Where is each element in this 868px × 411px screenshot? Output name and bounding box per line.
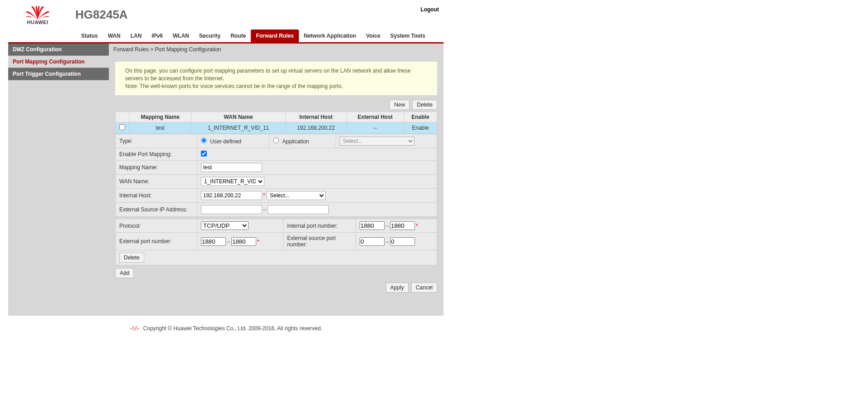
type-app-label: Application <box>283 138 309 145</box>
main-nav: StatusWANLANIPv6WLANSecurityRouteForward… <box>8 29 444 44</box>
nav-item-wan[interactable]: WAN <box>103 29 126 42</box>
model-title: HG8245A <box>75 8 128 22</box>
internal-host-input[interactable] <box>201 191 262 200</box>
wan-name-select[interactable]: 1_INTERNET_R_VID_11 <box>201 177 264 186</box>
footer: Copyright © Huawei Technologies Co., Ltd… <box>8 320 444 337</box>
wan-name-label: WAN Name: <box>116 175 197 189</box>
delete-button[interactable]: Delete <box>412 100 437 110</box>
ext-port-from-input[interactable] <box>201 237 226 246</box>
col-wan-name: WAN Name <box>191 112 285 122</box>
mapping-name-input[interactable] <box>201 163 262 172</box>
int-port-from-input[interactable] <box>360 221 385 230</box>
internal-host-select[interactable]: Select... <box>267 191 326 200</box>
ext-src-port-label: External source port number: <box>283 233 356 250</box>
col-external-host: External Host <box>346 112 404 122</box>
nav-item-status[interactable]: Status <box>76 29 103 42</box>
col-mapping-name: Mapping Name <box>129 112 191 122</box>
cell-external-host: -- <box>346 122 404 134</box>
sidebar-item-dmz-configuration[interactable]: DMZ Configuration <box>8 44 109 56</box>
nav-item-system-tools[interactable]: System Tools <box>385 29 430 42</box>
port-subform: Protocol: TCP/UDP Internal port number: … <box>115 219 437 265</box>
breadcrumb: Forward Rules > Port Mapping Configurati… <box>109 44 444 55</box>
config-form: Type: User-defined Application Select... <box>115 134 437 217</box>
int-port-to-input[interactable] <box>390 221 415 230</box>
int-port-label: Internal port number: <box>283 219 356 233</box>
cell-internal-host: 192.168.200.22 <box>285 122 346 134</box>
ext-src-ip-from-input[interactable] <box>201 205 262 214</box>
protocol-select[interactable]: TCP/UDP <box>201 221 249 230</box>
brand-text: HUAWEI <box>27 20 49 25</box>
protocol-label: Protocol: <box>116 219 197 233</box>
ext-port-label: External port number: <box>116 233 197 250</box>
sidebar-item-port-trigger-configuration[interactable]: Port Trigger Configuration <box>8 68 109 80</box>
nav-item-route[interactable]: Route <box>225 29 251 42</box>
ext-src-ip-to-input[interactable] <box>268 205 329 214</box>
sidebar: DMZ ConfigurationPort Mapping Configurat… <box>8 44 109 316</box>
enable-pm-checkbox[interactable] <box>201 151 207 157</box>
nav-item-ipv6[interactable]: IPv6 <box>146 29 168 42</box>
sidebar-item-port-mapping-configuration[interactable]: Port Mapping Configuration <box>8 56 109 68</box>
type-user-label: User-defined <box>210 138 241 145</box>
new-button[interactable]: New <box>390 100 410 110</box>
mapping-table: Mapping Name WAN Name Internal Host Exte… <box>115 112 437 134</box>
enable-pm-label: Enable Port Mapping: <box>116 148 197 161</box>
info-notice: On this page, you can configure port map… <box>115 62 437 95</box>
cancel-button[interactable]: Cancel <box>411 283 437 293</box>
cell-enable: Enable <box>404 122 437 134</box>
cell-wan-name: 1_INTERNET_R_VID_11 <box>191 122 285 134</box>
ext-src-port-from-input[interactable] <box>360 237 385 246</box>
type-user-radio[interactable] <box>201 137 207 143</box>
ext-port-to-input[interactable] <box>231 237 256 246</box>
row-checkbox[interactable] <box>119 124 125 130</box>
cell-mapping-name: test <box>129 122 191 134</box>
internal-host-label: Internal Host: <box>116 189 197 203</box>
ext-src-port-to-input[interactable] <box>390 237 415 246</box>
nav-item-security[interactable]: Security <box>194 29 225 42</box>
logout-link[interactable]: Logout <box>420 6 439 13</box>
col-enable: Enable <box>404 112 437 122</box>
nav-item-voice[interactable]: Voice <box>361 29 385 42</box>
table-row[interactable]: test 1_INTERNET_R_VID_11 192.168.200.22 … <box>116 122 437 134</box>
ext-src-ip-label: External Source IP Address: <box>116 203 197 217</box>
col-internal-host: Internal Host <box>285 112 346 122</box>
application-select[interactable]: Select... <box>340 137 414 146</box>
nav-item-wlan[interactable]: WLAN <box>168 29 194 42</box>
type-app-radio[interactable] <box>273 137 279 143</box>
huawei-logo-icon <box>130 325 140 332</box>
port-delete-button[interactable]: Delete <box>119 253 144 263</box>
nav-item-forward-rules[interactable]: Forward Rules <box>251 29 298 42</box>
add-button[interactable]: Add <box>115 268 134 278</box>
apply-button[interactable]: Apply <box>386 283 409 293</box>
footer-text: Copyright © Huawei Technologies Co., Ltd… <box>143 325 322 332</box>
nav-item-network-application[interactable]: Network Application <box>299 29 361 42</box>
huawei-logo: HUAWEI <box>8 4 67 25</box>
type-label: Type: <box>116 134 197 148</box>
mapping-name-label: Mapping Name: <box>116 161 197 175</box>
nav-item-lan[interactable]: LAN <box>126 29 147 42</box>
